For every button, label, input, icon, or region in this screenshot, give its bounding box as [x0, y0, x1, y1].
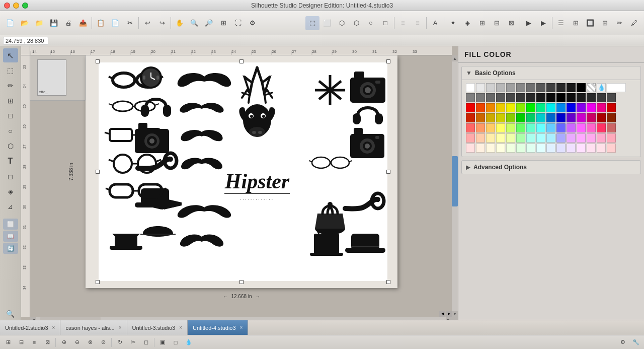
ungroup-button[interactable]: ⊟ — [15, 337, 27, 348]
guides-button[interactable]: ⊞ — [598, 16, 612, 30]
save-button[interactable]: 💾 — [47, 16, 61, 30]
swatch-vl2[interactable] — [476, 144, 485, 153]
library-tool-left[interactable]: 📖 — [3, 231, 18, 242]
swatch-orange1[interactable] — [476, 103, 485, 112]
swatch-m15[interactable] — [607, 113, 616, 122]
bool-exclude-button[interactable]: ⊘ — [97, 337, 109, 348]
eraser-button[interactable]: ⊠ — [504, 16, 518, 30]
swatch-gray10[interactable] — [567, 83, 576, 92]
pencil-tool-left[interactable]: ✏ — [3, 79, 18, 93]
swatch-gray4[interactable] — [506, 83, 515, 92]
nav-right[interactable]: ▶ — [446, 311, 452, 317]
text-tool-left[interactable]: T — [3, 154, 18, 168]
eyedropper-bt-button[interactable]: 💧 — [183, 337, 195, 348]
swatch-vl10[interactable] — [556, 144, 566, 153]
redo-button[interactable]: ↪ — [155, 16, 169, 30]
align-button[interactable]: ≡ — [28, 337, 40, 348]
select-tool[interactable]: ⬚ — [305, 16, 319, 30]
swatch-p5[interactable] — [506, 133, 515, 143]
paint-tool-left[interactable]: ◈ — [3, 184, 18, 198]
handle-bl[interactable] — [96, 280, 100, 284]
tab-close-4[interactable]: × — [240, 325, 243, 330]
open-button[interactable]: 📂 — [18, 16, 32, 30]
swatch-m14[interactable] — [597, 113, 606, 122]
bool-union-button[interactable]: ⊕ — [58, 337, 70, 348]
handle-tc[interactable] — [239, 59, 244, 63]
swatch-green2[interactable] — [536, 103, 545, 112]
swatch-dg1[interactable] — [466, 93, 475, 102]
fullscreen-button[interactable]: ⛶ — [231, 16, 245, 30]
snap-button[interactable]: 🔲 — [583, 16, 597, 30]
swatch-vl6[interactable] — [516, 144, 525, 153]
swatch-green1[interactable] — [526, 103, 535, 112]
swatch-dg2[interactable] — [476, 93, 485, 102]
circle-tool[interactable]: ○ — [364, 16, 378, 30]
swatch-cyan[interactable] — [546, 103, 555, 112]
swatch-l1[interactable] — [466, 123, 475, 132]
swatch-l15[interactable] — [607, 123, 616, 132]
shape-tool-left[interactable]: ⊞ — [3, 94, 18, 108]
swatch-yellow1[interactable] — [496, 103, 505, 112]
handle-bc[interactable] — [239, 280, 244, 284]
swatch-vl1[interactable] — [466, 144, 475, 153]
swatch-m8[interactable] — [536, 113, 545, 122]
swatch-l13[interactable] — [587, 123, 596, 132]
settings-bt-button[interactable]: ⚙ — [617, 337, 629, 348]
swatch-dg15[interactable] — [607, 93, 616, 102]
tab-untitled3[interactable]: Untitled-3.studio3 × — [127, 320, 188, 335]
rect-tool[interactable]: □ — [378, 16, 392, 30]
swatch-crimson[interactable] — [607, 103, 616, 112]
swatch-vl12[interactable] — [577, 144, 586, 153]
fill-button[interactable]: 🖊 — [627, 16, 641, 30]
swatch-dropper[interactable]: 💧 — [597, 83, 606, 92]
undo-button[interactable]: ↩ — [140, 16, 154, 30]
swatch-m3[interactable] — [486, 113, 495, 122]
swatch-m6[interactable] — [516, 113, 525, 122]
close-button[interactable] — [4, 3, 10, 9]
swatch-rose[interactable] — [597, 103, 606, 112]
knife-tool-left[interactable]: ⊿ — [3, 199, 18, 214]
trace-button[interactable]: ◈ — [460, 16, 474, 30]
swatch-red[interactable] — [466, 103, 475, 112]
knife-button[interactable]: ⊟ — [490, 16, 504, 30]
swatch-gray6[interactable] — [526, 83, 535, 92]
vertical-scrollbar[interactable]: ▲ ▼ — [452, 55, 458, 317]
swatch-white[interactable] — [466, 83, 475, 92]
swatch-p10[interactable] — [556, 133, 566, 143]
swatch-p1[interactable] — [466, 133, 475, 143]
swatch-l2[interactable] — [476, 123, 485, 132]
transform-bt-button[interactable]: ↻ — [114, 337, 126, 348]
eraser-bt-button[interactable]: ◻ — [140, 337, 152, 348]
eraser-tool-left[interactable]: ◻ — [3, 169, 18, 183]
swatch-dg11[interactable] — [567, 93, 576, 102]
zoom-tool-left[interactable]: 🔍 — [3, 307, 18, 321]
swatch-p7[interactable] — [526, 133, 535, 143]
swatch-l6[interactable] — [516, 123, 525, 132]
minimize-button[interactable] — [13, 3, 19, 9]
swatch-m11[interactable] — [567, 113, 576, 122]
tab-untitled2[interactable]: Untitled-2.studio3 × — [0, 320, 60, 335]
send-cut[interactable]: ▶ — [522, 16, 536, 30]
swatch-vl11[interactable] — [567, 144, 576, 153]
bool-diff-button[interactable]: ⊖ — [71, 337, 83, 348]
open2-button[interactable]: 📁 — [32, 16, 46, 30]
swatch-chartreuse[interactable] — [516, 103, 525, 112]
handle-mr[interactable] — [386, 170, 390, 174]
node-tool[interactable]: ⬜ — [320, 16, 334, 30]
swatch-azure[interactable] — [556, 103, 566, 112]
page-tool-left[interactable]: ⬜ — [3, 219, 18, 230]
zoom-fit-button[interactable]: ⊞ — [216, 16, 230, 30]
swatch-l5[interactable] — [506, 123, 515, 132]
pen-button[interactable]: ✏ — [612, 16, 626, 30]
swatch-dg12[interactable] — [577, 93, 586, 102]
swatch-gray3[interactable] — [496, 83, 505, 92]
swatch-vl15[interactable] — [607, 144, 616, 153]
swatch-p13[interactable] — [587, 133, 596, 143]
swatch-magenta[interactable] — [587, 103, 596, 112]
maximize-button[interactable] — [22, 3, 28, 9]
swatch-vl3[interactable] — [486, 144, 495, 153]
swatch-blue[interactable] — [567, 103, 576, 112]
tab-cason[interactable]: cason hayes - alis... × — [60, 320, 127, 335]
gear-bt-button[interactable]: 🔧 — [630, 337, 642, 348]
swatch-p4[interactable] — [496, 133, 505, 143]
